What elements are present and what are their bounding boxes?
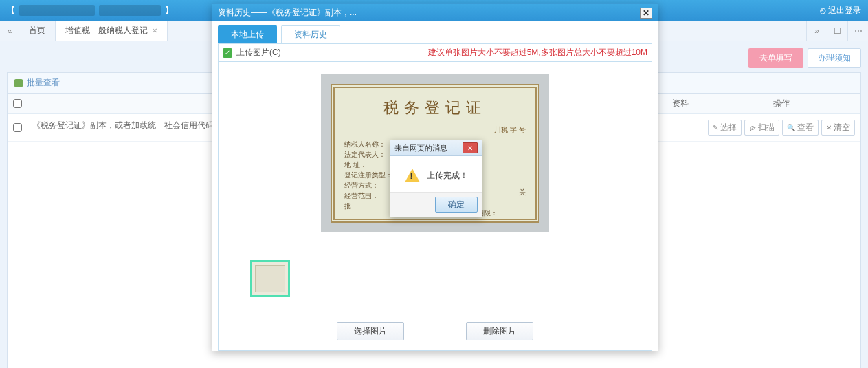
manage-button[interactable]: 办理须知 [808,48,861,68]
fill-form-button[interactable]: 去单填写 [748,48,803,68]
op-select-button[interactable]: ✎选择 [708,120,742,136]
header-mask [99,5,161,16]
alert-body: 上传完成！ [390,156,482,192]
logout-label: 退出登录 [828,5,861,17]
alert-title-bar[interactable]: 来自网页的消息 ✕ [390,140,482,156]
delete-image-button[interactable]: 删除图片 [466,322,533,340]
thumbnail-inner [255,265,285,292]
select-icon: ✎ [713,124,718,131]
op-scan-button[interactable]: ⌮扫描 [744,120,779,136]
scan-icon: ⌮ [749,124,756,131]
alert-close-button[interactable]: ✕ [463,142,478,153]
tab-home-label: 首页 [29,25,45,36]
tab-bar-right: » ☐ ⋯ [806,21,868,41]
warning-icon [405,169,420,182]
upload-hint: 建议单张图片大小不要超过5M,多张图片总大小不要超过10M [428,47,647,58]
alert-box: 来自网页的消息 ✕ 上传完成！ 确定 [390,140,482,217]
view-icon: 🔍 [787,124,795,131]
tab-prev-button[interactable]: « [0,21,19,41]
dialog-title-text: 资料历史——《税务登记证》副本，... [218,7,357,19]
dialog-tab-local[interactable]: 本地上传 [218,25,277,43]
select-image-button[interactable]: 选择图片 [337,322,404,340]
tab-next-button[interactable]: » [806,21,827,41]
panel-title-text: 批量查看 [27,77,60,89]
dialog-button-row: 选择图片 删除图片 [224,322,646,340]
clear-icon: ✕ [826,124,832,131]
alert-footer: 确定 [390,192,482,217]
alert-ok-button[interactable]: 确定 [435,197,478,213]
bracket: 【 [7,5,15,17]
select-all-checkbox[interactable] [13,99,22,108]
tab-menu-button[interactable]: ⋯ [847,21,868,41]
op-view-button[interactable]: 🔍查看 [782,120,819,136]
row-ops: ✎选择 ⌮扫描 🔍查看 ✕清空 [702,114,860,141]
dialog-tabs: 本地上传 资料历史 [212,21,658,43]
dialog-title-bar[interactable]: 资料历史——《税务登记证》副本，... ✕ [212,4,658,21]
header-mask [19,5,95,16]
tab-current-label: 增值税一般纳税人登记 [65,25,148,36]
row-checkbox[interactable] [13,123,22,132]
grid-header-check [8,94,27,113]
tab-home[interactable]: 首页 [19,21,56,41]
alert-title-text: 来自网页的消息 [394,143,463,153]
tab-maximize-button[interactable]: ☐ [827,21,847,41]
upload-check-icon: ✓ [223,48,232,58]
cert-title: 税务登记证 [344,98,526,118]
logout-icon: ⎋ [820,5,825,16]
op-view-label: 查看 [797,122,814,133]
dialog-tab-history[interactable]: 资料历史 [281,25,340,43]
panel-title-icon [14,79,23,87]
bracket: 】 [165,5,173,17]
thumbnail[interactable] [250,260,290,297]
cert-sub: 川税 字 号 [344,125,526,135]
logout-button[interactable]: ⎋ 退出登录 [820,5,861,17]
upload-label[interactable]: 上传图片(C) [236,47,281,58]
dialog-close-button[interactable]: ✕ [640,8,652,19]
tab-current[interactable]: 增值税一般纳税人登记 ✕ [56,21,168,41]
upload-bar: ✓ 上传图片(C) 建议单张图片大小不要超过5M,多张图片总大小不要超过10M [218,43,652,62]
op-clear-button[interactable]: ✕清空 [821,120,855,136]
op-scan-label: 扫描 [758,122,775,133]
op-select-label: 选择 [720,122,737,133]
op-clear-label: 清空 [834,122,850,133]
row-check-cell [8,114,27,141]
tab-close-icon[interactable]: ✕ [152,27,157,34]
grid-header-ops: 操作 [702,94,860,113]
alert-message: 上传完成！ [427,170,468,182]
